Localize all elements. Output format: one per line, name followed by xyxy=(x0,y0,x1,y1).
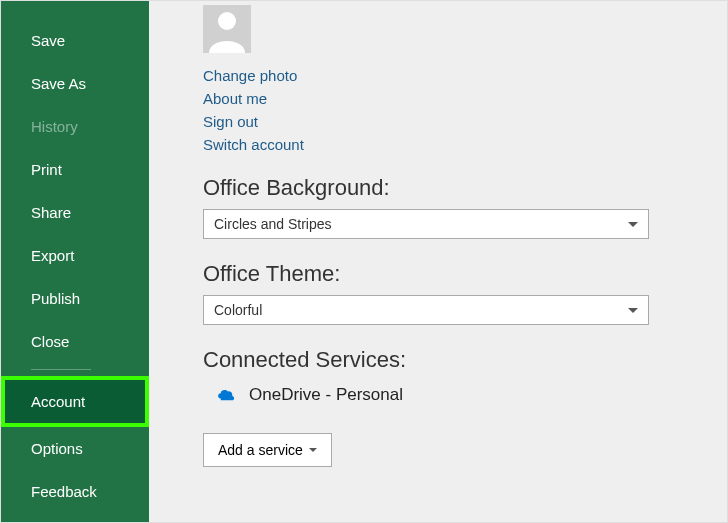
sidebar-item-save-as[interactable]: Save As xyxy=(1,62,149,105)
sidebar-item-publish[interactable]: Publish xyxy=(1,277,149,320)
onedrive-icon xyxy=(215,388,237,402)
chevron-down-icon xyxy=(309,448,317,452)
add-service-button[interactable]: Add a service xyxy=(203,433,332,467)
chevron-down-icon xyxy=(628,222,638,227)
dropdown-office-theme-value: Colorful xyxy=(214,302,262,318)
add-service-label: Add a service xyxy=(218,442,303,458)
dropdown-office-background[interactable]: Circles and Stripes xyxy=(203,209,649,239)
chevron-down-icon xyxy=(628,308,638,313)
sidebar-divider xyxy=(31,369,91,370)
sidebar-item-account-highlight: Account xyxy=(1,376,149,427)
sidebar-item-save[interactable]: Save xyxy=(1,19,149,62)
avatar xyxy=(203,5,251,53)
link-about-me[interactable]: About me xyxy=(203,90,727,107)
person-icon xyxy=(203,5,251,53)
sidebar-item-options[interactable]: Options xyxy=(1,427,149,470)
svg-point-1 xyxy=(218,12,236,30)
content-area: Change photo About me Sign out Switch ac… xyxy=(149,1,727,522)
sidebar-item-history: History xyxy=(1,105,149,148)
dropdown-office-theme[interactable]: Colorful xyxy=(203,295,649,325)
service-row: OneDrive - Personal xyxy=(203,385,727,405)
heading-connected-services: Connected Services: xyxy=(203,347,727,373)
sidebar-item-export[interactable]: Export xyxy=(1,234,149,277)
sidebar-item-print[interactable]: Print xyxy=(1,148,149,191)
service-name: OneDrive - Personal xyxy=(249,385,403,405)
link-change-photo[interactable]: Change photo xyxy=(203,67,727,84)
sidebar: Save Save As History Print Share Export … xyxy=(1,1,149,522)
link-switch-account[interactable]: Switch account xyxy=(203,136,727,153)
sidebar-item-close[interactable]: Close xyxy=(1,320,149,363)
sidebar-item-account[interactable]: Account xyxy=(5,380,145,423)
heading-office-theme: Office Theme: xyxy=(203,261,727,287)
link-sign-out[interactable]: Sign out xyxy=(203,113,727,130)
dropdown-office-background-value: Circles and Stripes xyxy=(214,216,332,232)
sidebar-item-share[interactable]: Share xyxy=(1,191,149,234)
heading-office-background: Office Background: xyxy=(203,175,727,201)
sidebar-item-feedback[interactable]: Feedback xyxy=(1,470,149,513)
